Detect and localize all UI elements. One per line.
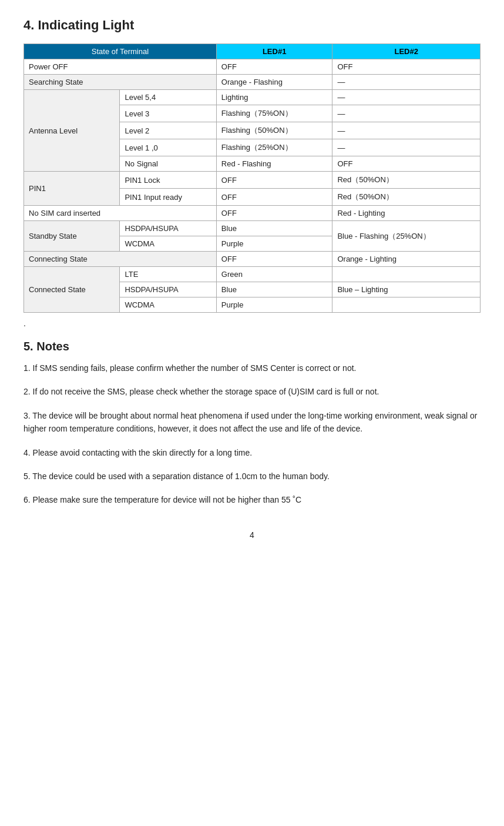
header-led1: LED#1 bbox=[216, 44, 332, 59]
led1-cell: Flashing（50%ON） bbox=[216, 122, 332, 139]
header-state: State of Terminal bbox=[24, 44, 217, 59]
led1-cell: Green bbox=[216, 267, 332, 282]
table-row: Connecting StateOFFOrange - Lighting bbox=[24, 252, 481, 267]
state1-cell: Connecting State bbox=[24, 252, 217, 267]
notes-section: 5. Notes 1. If SMS sending fails, please… bbox=[23, 340, 481, 507]
table-row: PIN1PIN1 LockOFFRed（50%ON） bbox=[24, 172, 481, 189]
led1-cell: Red - Flashing bbox=[216, 156, 332, 172]
led1-cell: OFF bbox=[216, 206, 332, 221]
state2-cell: HSDPA/HSUPA bbox=[120, 282, 216, 297]
state2-cell: Level 5,4 bbox=[120, 90, 216, 105]
led2-cell: Blue – Lighting bbox=[332, 282, 481, 297]
table-row: No SIM card insertedOFFRed - Lighting bbox=[24, 206, 481, 221]
led1-cell: OFF bbox=[216, 59, 332, 75]
led2-cell: Orange - Lighting bbox=[332, 252, 481, 267]
led2-cell: — bbox=[332, 105, 481, 122]
led1-cell: Blue bbox=[216, 221, 332, 236]
led2-cell: Blue - Flashing（25%ON） bbox=[332, 221, 481, 252]
led1-cell: Flashing（75%ON） bbox=[216, 105, 332, 122]
state2-cell: LTE bbox=[120, 267, 216, 282]
state2-cell: PIN1 Input ready bbox=[120, 189, 216, 206]
state2-cell: PIN1 Lock bbox=[120, 172, 216, 189]
state1-cell: Power OFF bbox=[24, 59, 217, 75]
led2-cell: — bbox=[332, 75, 481, 90]
table-row: Connected StateLTEGreen bbox=[24, 267, 481, 282]
state2-cell: HSDPA/HSUPA bbox=[120, 221, 216, 236]
table-row: Standby StateHSDPA/HSUPABlueBlue - Flash… bbox=[24, 221, 481, 236]
state1-cell: Connected State bbox=[24, 267, 120, 313]
note-item-5: 5. The device could be used with a separ… bbox=[23, 470, 481, 483]
led2-cell: — bbox=[332, 90, 481, 105]
led2-cell: OFF bbox=[332, 156, 481, 172]
state2-cell: WCDMA bbox=[120, 236, 216, 252]
table-row: Searching StateOrange - Flashing— bbox=[24, 75, 481, 90]
led1-cell: OFF bbox=[216, 172, 332, 189]
page-number: 4 bbox=[23, 530, 481, 540]
led1-cell: Purple bbox=[216, 297, 332, 313]
table-row: Power OFFOFFOFF bbox=[24, 59, 481, 75]
notes-title: 5. Notes bbox=[23, 340, 481, 353]
led1-cell: Purple bbox=[216, 236, 332, 252]
led2-cell: Red - Lighting bbox=[332, 206, 481, 221]
led2-cell: — bbox=[332, 139, 481, 156]
led1-cell: Blue bbox=[216, 282, 332, 297]
header-led2: LED#2 bbox=[332, 44, 481, 59]
state1-cell: PIN1 bbox=[24, 172, 120, 206]
state2-cell: Level 2 bbox=[120, 122, 216, 139]
table-row: Antenna LevelLevel 5,4Lighting— bbox=[24, 90, 481, 105]
led2-cell: Red（50%ON） bbox=[332, 189, 481, 206]
state2-cell: WCDMA bbox=[120, 297, 216, 313]
note-item-6: 6. Please make sure the temperature for … bbox=[23, 493, 481, 506]
indicating-light-table: State of Terminal LED#1 LED#2 Power OFFO… bbox=[23, 44, 481, 313]
led2-cell: — bbox=[332, 122, 481, 139]
led2-cell bbox=[332, 297, 481, 313]
led2-cell bbox=[332, 267, 481, 282]
led2-cell: Red（50%ON） bbox=[332, 172, 481, 189]
period-mark: . bbox=[23, 319, 481, 328]
section-title: 4. Indicating Light bbox=[23, 18, 481, 33]
note-item-2: 2. If do not receive the SMS, please che… bbox=[23, 385, 481, 398]
led2-cell: OFF bbox=[332, 59, 481, 75]
state1-cell: Standby State bbox=[24, 221, 120, 252]
state1-cell: Searching State bbox=[24, 75, 217, 90]
state1-cell: Antenna Level bbox=[24, 90, 120, 172]
state2-cell: Level 3 bbox=[120, 105, 216, 122]
led1-cell: OFF bbox=[216, 252, 332, 267]
state2-cell: No Signal bbox=[120, 156, 216, 172]
note-item-4: 4. Please avoid contacting with the skin… bbox=[23, 446, 481, 459]
led1-cell: OFF bbox=[216, 189, 332, 206]
led1-cell: Flashing（25%ON） bbox=[216, 139, 332, 156]
note-item-3: 3. The device will be brought about norm… bbox=[23, 409, 481, 436]
led1-cell: Lighting bbox=[216, 90, 332, 105]
led1-cell: Orange - Flashing bbox=[216, 75, 332, 90]
note-item-1: 1. If SMS sending fails, please confirm … bbox=[23, 362, 481, 374]
state2-cell: Level 1 ,0 bbox=[120, 139, 216, 156]
state1-cell: No SIM card inserted bbox=[24, 206, 217, 221]
